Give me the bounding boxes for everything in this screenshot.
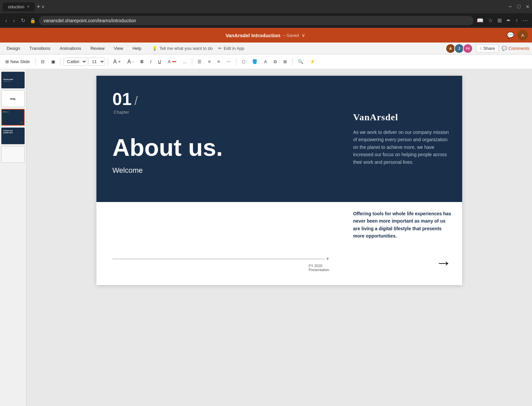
- slide-top-right: VanArsdel As we work to deliver on our c…: [342, 76, 462, 202]
- font-name-select[interactable]: Calibri: [64, 57, 87, 66]
- search-button[interactable]: 🔍: [295, 58, 306, 65]
- active-tab[interactable]: oduction ×: [3, 2, 35, 11]
- new-slide-button[interactable]: ⊞ New Slide: [3, 58, 33, 65]
- reader-view-icon[interactable]: 📖: [477, 17, 483, 24]
- saved-label: – Saved: [283, 33, 299, 38]
- edit-in-app-button[interactable]: ✏ Edit in App: [218, 46, 244, 51]
- slide-thumb-5[interactable]: [1, 146, 25, 163]
- thumb4-text: Culture andpeople here.: [3, 130, 23, 134]
- thumb2-text: ship.: [10, 97, 16, 100]
- more-icon[interactable]: ⋯: [523, 17, 528, 24]
- document-title: VanArsdel Introduction: [225, 33, 280, 38]
- line-plus-icon: +: [326, 256, 329, 262]
- tab-help[interactable]: Help: [128, 44, 145, 53]
- tab-view[interactable]: View: [110, 44, 127, 53]
- alignment-more-button[interactable]: ⋯: [224, 58, 233, 65]
- chapter-slash: /: [134, 94, 138, 108]
- refresh-button[interactable]: ↻: [20, 16, 27, 25]
- bullet-list-button[interactable]: ☰: [195, 58, 204, 65]
- maximize-button[interactable]: □: [517, 4, 521, 10]
- arrange-button[interactable]: ⧉: [271, 58, 279, 66]
- minimize-button[interactable]: −: [508, 3, 512, 10]
- underline-button[interactable]: U: [155, 58, 164, 65]
- collections-icon[interactable]: ⊞: [497, 17, 502, 24]
- italic-button[interactable]: I: [148, 58, 154, 65]
- new-slide-label: New Slide: [10, 59, 30, 64]
- slide-top-section: 01 / Chapter About us. Welcome VanArsdel…: [96, 76, 462, 202]
- fill-color-button[interactable]: 🪣: [249, 58, 260, 65]
- toolbar-sep-4: [192, 58, 192, 66]
- slide-thumb-4[interactable]: Culture andpeople here.: [1, 128, 25, 144]
- share-icon[interactable]: ↑: [515, 18, 518, 24]
- new-slide-icon: ⊞: [5, 59, 9, 64]
- slide-title: About us.: [112, 135, 327, 161]
- tab-bar: oduction × + ∨ − □ ×: [0, 0, 532, 13]
- toolbar-sep-2: [61, 58, 61, 66]
- share-button[interactable]: ↑ Share: [476, 44, 498, 52]
- thumb3-text: About us.: [3, 111, 23, 113]
- toolbar-sep-6: [292, 58, 293, 66]
- tab-animations[interactable]: Animations: [56, 44, 85, 53]
- slide-canvas: 01 / Chapter About us. Welcome VanArsdel…: [27, 69, 532, 406]
- address-input[interactable]: [39, 16, 473, 25]
- tab-review[interactable]: Review: [86, 44, 109, 53]
- next-arrow: →: [436, 254, 452, 272]
- slide-thumb-3[interactable]: About us. →: [1, 109, 25, 126]
- tab-expand-button[interactable]: ∨: [42, 4, 45, 9]
- forward-button[interactable]: ›: [12, 16, 16, 25]
- title-dropdown-button[interactable]: ∨: [302, 32, 305, 38]
- pen-icon[interactable]: ✒: [506, 17, 511, 24]
- thumb3-arrow: →: [20, 120, 23, 124]
- presentation-label: Presentation: [309, 268, 329, 272]
- slide-body-text: As we work to deliver on our company mis…: [353, 129, 452, 166]
- comments-button[interactable]: 💬 Comments: [502, 46, 529, 51]
- back-button[interactable]: ‹: [4, 16, 8, 25]
- tab-design[interactable]: Design: [3, 44, 24, 53]
- decrease-font-button[interactable]: A-: [125, 57, 136, 66]
- toolbar-sep-1: [35, 58, 36, 66]
- ribbon-title-right: 💬 A: [507, 30, 528, 41]
- slide-main[interactable]: 01 / Chapter About us. Welcome VanArsdel…: [96, 76, 462, 285]
- chat-icon[interactable]: 💬: [507, 32, 514, 39]
- layout-button[interactable]: ⊟: [38, 58, 47, 65]
- browser-chrome: oduction × + ∨ − □ × ‹ › ↻ 🔒 📖 ☆ ⊞ ✒ ↑ ⋯: [0, 0, 532, 28]
- bold-button[interactable]: B: [138, 58, 146, 65]
- tell-me-text: Tell me what you want to do: [159, 46, 212, 51]
- year-label: FY 2020: [309, 264, 329, 268]
- comments-label: Comments: [508, 46, 529, 51]
- tab-title: oduction: [8, 4, 24, 9]
- chapter-number-area: 01 / Chapter: [112, 89, 327, 115]
- slide-thumb-2[interactable]: ship.: [1, 90, 25, 107]
- group-button[interactable]: ⊞: [281, 58, 290, 65]
- slide-bottom-section: + FY 2020 Presentation Offering tools: [96, 202, 462, 285]
- thumb1-sub: Introduction: [3, 80, 10, 82]
- user-avatar-profile[interactable]: A: [517, 30, 528, 41]
- address-bar: ‹ › ↻ 🔒 📖 ☆ ⊞ ✒ ↑ ⋯: [0, 13, 532, 28]
- favorites-icon[interactable]: ☆: [488, 17, 493, 24]
- slide-thumb-1[interactable]: VanArsdel Introduction: [1, 72, 25, 88]
- new-tab-button[interactable]: +: [37, 3, 40, 10]
- format-more-button[interactable]: ...: [180, 58, 189, 65]
- shapes-button[interactable]: ⬡: [239, 58, 248, 65]
- address-bar-actions: 📖 ☆ ⊞ ✒ ↑ ⋯: [477, 17, 528, 24]
- main-area: VanArsdel Introduction ship. About us. →…: [0, 69, 532, 406]
- designer-button[interactable]: ⚡: [307, 58, 318, 65]
- slide-bottom-left: + FY 2020 Presentation: [96, 202, 342, 285]
- section-button[interactable]: ▣: [49, 58, 58, 65]
- text-effects-button[interactable]: A: [261, 58, 270, 65]
- pencil-icon: ✏: [218, 46, 222, 51]
- numbered-list-button[interactable]: ≡: [205, 58, 213, 65]
- alignment-button[interactable]: ≡: [215, 58, 223, 65]
- increase-font-button[interactable]: A+: [111, 57, 123, 66]
- tab-close-button[interactable]: ×: [27, 4, 29, 9]
- tell-me-area[interactable]: 💡 Tell me what you want to do: [152, 46, 212, 51]
- tab-transitions[interactable]: Transitions: [25, 44, 54, 53]
- close-window-button[interactable]: ×: [526, 3, 529, 10]
- collaborator-avatar-3: FS: [463, 44, 473, 53]
- comment-icon: 💬: [502, 46, 507, 51]
- toolbar-sep-3: [108, 58, 108, 66]
- lock-icon: 🔒: [30, 18, 36, 23]
- slide-bottom-right: Offering tools for whole life experience…: [342, 202, 462, 285]
- font-color-button[interactable]: A: [165, 58, 179, 65]
- font-size-select[interactable]: 11: [88, 57, 105, 66]
